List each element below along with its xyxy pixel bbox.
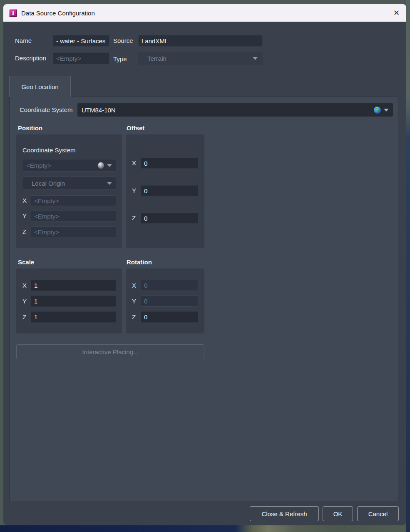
offset-x-input[interactable] — [141, 158, 198, 169]
data-source-configuration-dialog: I Data Source Configuration ✕ Name Sourc… — [3, 4, 406, 525]
ok-label: OK — [333, 510, 343, 517]
rotation-x-input — [141, 280, 198, 291]
position-x-label: X — [22, 195, 27, 206]
scale-z-label: Z — [22, 311, 26, 323]
position-coordinate-system-select: <Empty> — [22, 159, 116, 172]
type-label: Type — [113, 52, 127, 66]
description-input[interactable] — [53, 52, 109, 64]
background-scene-bottom — [0, 525, 406, 532]
chevron-down-icon[interactable] — [384, 109, 389, 112]
offset-y-input[interactable] — [141, 185, 198, 196]
offset-x-label: X — [132, 158, 136, 169]
source-input[interactable] — [138, 35, 263, 47]
description-label: Description — [15, 52, 46, 64]
position-group: Coordinate System <Empty> Local Origin X… — [16, 134, 122, 248]
interactive-placing-label: Interactive Placing... — [82, 348, 138, 355]
window-title: Data Source Configuration — [21, 10, 95, 17]
position-y-input — [31, 211, 116, 221]
cancel-label: Cancel — [368, 510, 388, 517]
position-coordinate-system-label: Coordinate System — [22, 144, 76, 156]
close-refresh-label: Close & Refresh — [261, 510, 307, 517]
tab-geo-location-label: Geo Location — [21, 83, 58, 90]
name-input[interactable] — [53, 35, 109, 47]
position-x-input — [31, 195, 116, 206]
offset-group: X Y Z — [126, 134, 204, 248]
rotation-x-label: X — [132, 280, 136, 291]
offset-z-label: Z — [132, 213, 136, 224]
ok-button[interactable]: OK — [323, 506, 353, 521]
cancel-button[interactable]: Cancel — [357, 506, 399, 521]
rotation-y-label: Y — [132, 296, 136, 307]
position-header: Position — [18, 124, 42, 132]
name-label: Name — [15, 35, 32, 47]
position-coordinate-system-placeholder: <Empty> — [26, 162, 51, 169]
scale-x-input[interactable] — [31, 280, 116, 291]
app-icon-letter: I — [12, 10, 14, 16]
coordinate-system-label: Coordinate System — [20, 103, 73, 117]
offset-z-input[interactable] — [141, 213, 198, 224]
position-origin-select: Local Origin — [22, 177, 116, 190]
globe-disabled-icon — [97, 162, 104, 169]
globe-icon — [373, 106, 381, 114]
chevron-down-icon — [107, 164, 112, 167]
chevron-down-icon — [107, 182, 112, 185]
scale-z-input[interactable] — [31, 311, 116, 323]
scale-x-label: X — [22, 280, 27, 291]
offset-header: Offset — [127, 124, 144, 132]
close-refresh-button[interactable]: Close & Refresh — [250, 506, 319, 521]
rotation-y-input — [141, 296, 198, 307]
position-z-label: Z — [22, 226, 26, 237]
rotation-group: X Y Z — [126, 268, 204, 333]
type-select-value: Terrain — [147, 55, 166, 62]
close-icon[interactable]: ✕ — [393, 9, 400, 17]
scale-header: Scale — [18, 259, 34, 266]
infraworks-app-icon: I — [9, 9, 17, 17]
chevron-down-icon — [253, 57, 258, 60]
coordinate-system-value: UTM84-10N — [82, 107, 116, 114]
position-z-input — [31, 226, 116, 237]
interactive-placing-button: Interactive Placing... — [16, 344, 204, 359]
coordinate-system-select[interactable]: UTM84-10N — [77, 103, 393, 117]
offset-y-label: Y — [132, 185, 136, 196]
scale-group: X Y Z — [16, 268, 122, 333]
position-y-label: Y — [22, 211, 27, 221]
geo-location-panel: Coordinate System UTM84-10N Position Coo… — [9, 97, 398, 501]
rotation-z-input[interactable] — [141, 311, 198, 323]
scale-y-label: Y — [22, 296, 27, 307]
type-select: Terrain — [138, 52, 263, 65]
rotation-header: Rotation — [127, 259, 152, 266]
tab-geo-location[interactable]: Geo Location — [9, 76, 71, 97]
source-label: Source — [113, 35, 133, 47]
background-scene-right — [406, 0, 410, 532]
position-origin-value: Local Origin — [32, 180, 65, 187]
rotation-z-label: Z — [132, 311, 136, 323]
titlebar[interactable]: I Data Source Configuration ✕ — [3, 4, 406, 22]
scale-y-input[interactable] — [31, 296, 116, 307]
